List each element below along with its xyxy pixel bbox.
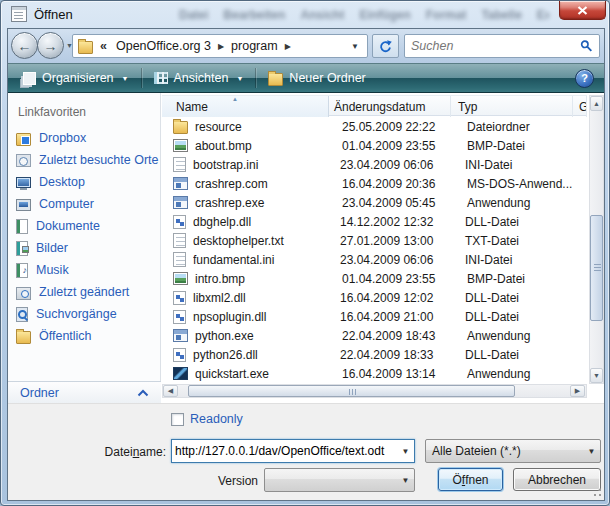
folder-icon <box>173 121 188 134</box>
resize-grip[interactable] <box>592 488 602 498</box>
search-input[interactable] <box>405 39 580 53</box>
table-row[interactable]: bootstrap.ini 23.04.2009 06:06 INI-Datei <box>162 155 587 174</box>
sidebar-item-dropbox[interactable]: Dropbox <box>8 127 160 149</box>
column-header-size[interactable]: G <box>573 96 587 117</box>
file-modified: 22.04.2009 18:43 <box>337 329 459 343</box>
documents-icon <box>16 219 28 234</box>
back-button[interactable]: ← <box>11 32 38 59</box>
refresh-button[interactable] <box>372 34 399 58</box>
table-row[interactable]: about.bmp 01.04.2009 23:55 BMP-Datei <box>162 136 587 155</box>
toolbar-separator <box>141 68 142 88</box>
organize-label: Organisieren <box>42 71 114 85</box>
table-row[interactable]: python26.dll 22.04.2009 18:33 DLL-Datei <box>162 345 587 364</box>
column-label: Name <box>176 100 208 114</box>
file-name: python.exe <box>195 329 337 343</box>
sidebar-item-pictures[interactable]: Bilder <box>8 237 160 259</box>
cancel-button[interactable]: Abbrechen <box>513 468 601 491</box>
sidebar-item-desktop[interactable]: Desktop <box>8 171 160 193</box>
file-name: dbghelp.dll <box>193 215 335 229</box>
vertical-scrollbar[interactable]: ▲ ▼ <box>589 95 604 384</box>
scroll-left-icon[interactable]: ◀ <box>163 385 178 397</box>
filetype-combobox[interactable]: Alle Dateien (*.*) ▼ <box>425 439 601 463</box>
table-row[interactable]: intro.bmp 01.04.2009 23:55 BMP-Datei <box>162 269 587 288</box>
bg-menu-item: Einfügen <box>359 8 410 22</box>
breadcrumb-separator-icon: ▶ <box>216 42 226 51</box>
file-type: BMP-Datei <box>459 139 581 153</box>
views-button[interactable]: Ansichten ▼ <box>145 66 253 90</box>
computer-icon <box>16 199 31 211</box>
file-modified: 23.04.2009 06:06 <box>335 158 457 172</box>
version-dropdown-icon[interactable]: ▼ <box>397 469 414 491</box>
image-file-icon <box>173 139 188 152</box>
folders-expander[interactable]: Ordner <box>8 381 161 403</box>
app-icon <box>173 177 188 190</box>
filetype-dropdown-icon[interactable]: ▼ <box>583 440 600 462</box>
organize-layers-icon <box>23 72 36 85</box>
scroll-up-icon[interactable]: ▲ <box>590 96 603 111</box>
desktop-icon <box>16 177 31 188</box>
table-row[interactable]: fundamental.ini 23.04.2009 06:06 INI-Dat… <box>162 250 587 269</box>
command-toolbar: Organisieren ▼ Ansichten ▼ Neuer Ordner … <box>8 63 604 93</box>
file-modified: 23.04.2009 06:06 <box>335 253 457 267</box>
horizontal-scrollbar[interactable]: ◀ ▶ <box>162 384 587 398</box>
horizontal-scrollbar-thumb[interactable] <box>188 385 515 397</box>
table-row[interactable]: crashrep.com 16.04.2009 20:36 MS-DOS-Anw… <box>162 174 587 193</box>
table-row[interactable]: python.exe 22.04.2009 18:43 Anwendung <box>162 326 587 345</box>
breadcrumb-item[interactable]: program <box>226 39 283 53</box>
sidebar-item-documents[interactable]: Dokumente <box>8 215 160 237</box>
sidebar-item-recent-places[interactable]: Zuletzt besuchte Orte <box>8 149 160 171</box>
recently-changed-icon <box>16 287 31 300</box>
table-row[interactable]: crashrep.exe 23.04.2009 05:45 Anwendung <box>162 193 587 212</box>
filename-input[interactable] <box>172 444 397 458</box>
vertical-scrollbar-thumb[interactable] <box>590 215 603 321</box>
sidebar-item-label: Desktop <box>39 175 85 189</box>
column-label: G <box>579 100 587 114</box>
file-name: python26.dll <box>193 348 335 362</box>
chevron-down-icon: ▼ <box>236 75 243 82</box>
forward-button[interactable]: → <box>37 32 64 59</box>
table-row[interactable]: quickstart.exe 16.04.2009 13:14 Anwendun… <box>162 364 587 383</box>
sidebar-item-recently-changed[interactable]: Zuletzt geändert <box>8 281 160 303</box>
table-row[interactable]: desktophelper.txt 27.01.2009 13:00 TXT-D… <box>162 231 587 250</box>
bg-menu-item: Ansicht <box>300 8 344 22</box>
file-type: Anwendung <box>459 329 581 343</box>
column-header-name[interactable]: Name <box>162 96 329 117</box>
breadcrumb[interactable]: « OpenOffice.org 3 ▶ program ▶ ▼ <box>72 34 368 58</box>
open-button[interactable]: Öffnen <box>438 468 503 491</box>
readonly-checkbox[interactable] <box>171 413 184 426</box>
file-modified: 14.12.2002 12:32 <box>335 215 457 229</box>
new-folder-button[interactable]: Neuer Ordner <box>259 66 374 90</box>
dll-file-icon <box>173 310 186 324</box>
file-modified: 27.01.2009 13:00 <box>335 234 457 248</box>
breadcrumb-item[interactable]: OpenOffice.org 3 <box>111 39 216 53</box>
column-header-modified[interactable]: Änderungsdatum <box>329 96 451 117</box>
table-row[interactable]: dbghelp.dll 14.12.2002 12:32 DLL-Datei <box>162 212 587 231</box>
search-icon[interactable] <box>580 39 593 53</box>
table-row[interactable]: npsoplugin.dll 16.04.2009 21:00 DLL-Date… <box>162 307 587 326</box>
version-combobox[interactable]: ▼ <box>264 468 415 492</box>
folders-label: Ordner <box>20 386 59 400</box>
sidebar-item-label: Computer <box>39 197 94 211</box>
close-button[interactable] <box>559 1 606 20</box>
address-dropdown-icon[interactable]: ▼ <box>343 42 367 51</box>
refresh-icon <box>378 39 393 54</box>
sidebar-item-computer[interactable]: Computer <box>8 193 160 215</box>
file-modified: 16.04.2009 12:02 <box>335 291 457 305</box>
help-button[interactable]: ? <box>575 69 594 88</box>
file-modified: 25.05.2009 22:22 <box>337 120 459 134</box>
table-row[interactable]: resource 25.05.2009 22:22 Dateiordner <box>162 117 587 136</box>
table-row[interactable]: libxml2.dll 16.04.2009 12:02 DLL-Datei <box>162 288 587 307</box>
scroll-right-icon[interactable]: ▶ <box>570 385 585 397</box>
column-header-type[interactable]: Typ <box>451 96 573 117</box>
readonly-label[interactable]: Readonly <box>190 412 243 426</box>
sidebar-item-label: Suchvorgänge <box>36 307 117 321</box>
sidebar-item-public[interactable]: Öffentlich <box>8 325 160 347</box>
scroll-down-icon[interactable]: ▼ <box>590 368 603 383</box>
dll-file-icon <box>173 348 186 362</box>
sidebar-item-music[interactable]: Musik <box>8 259 160 281</box>
organize-button[interactable]: Organisieren ▼ <box>8 66 138 90</box>
filename-dropdown-icon[interactable]: ▼ <box>397 440 414 462</box>
breadcrumb-overflow-chevron[interactable]: « <box>100 39 107 53</box>
file-type: DLL-Datei <box>457 215 579 229</box>
sidebar-item-searches[interactable]: Suchvorgänge <box>8 303 160 325</box>
